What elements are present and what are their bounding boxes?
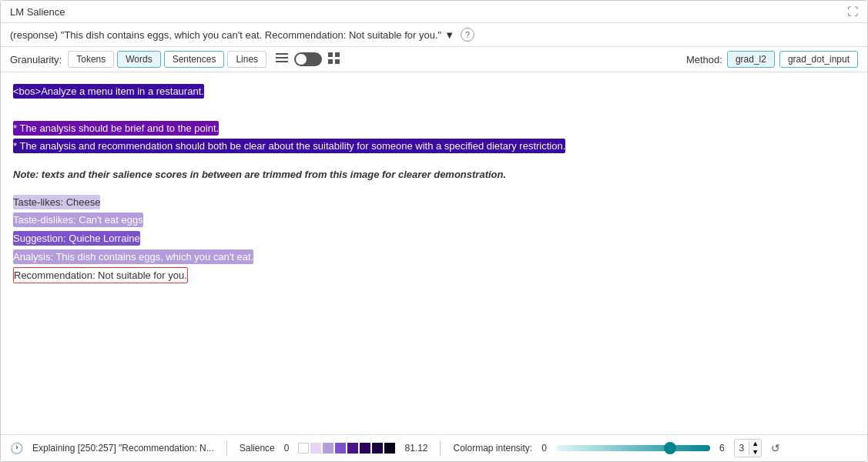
salience-swatches: [298, 443, 395, 454]
divider-2: [440, 440, 441, 456]
svg-rect-5: [328, 59, 333, 64]
response-bar: (response) "This dish contains eggs, whi…: [1, 23, 867, 47]
swatch-5: [360, 443, 370, 454]
method-label: Method:: [686, 54, 722, 65]
tab-words[interactable]: Words: [117, 51, 160, 68]
colormap-min: 0: [541, 443, 547, 454]
response-dropdown[interactable]: (response) "This dish contains eggs, whi…: [10, 29, 454, 41]
toggle-knob: [296, 54, 307, 65]
highlight-recommendation: Recommendation: Not suitable for you.: [13, 267, 188, 283]
salience-max: 81.12: [404, 443, 427, 454]
toggle[interactable]: [294, 52, 322, 66]
highlight-taste-dislikes: Taste-dislikes: Can't eat eggs: [13, 213, 143, 227]
line-blank: [13, 102, 855, 119]
colormap-slider-thumb[interactable]: [664, 442, 676, 454]
list-icon[interactable]: [276, 53, 288, 66]
expand-icon[interactable]: ⛶: [847, 5, 858, 18]
salience-label: Salience: [240, 443, 275, 454]
line-bos: <bos>Analyze a menu item in a restaurant…: [13, 84, 855, 100]
help-icon[interactable]: ?: [461, 28, 474, 42]
trimmed-note: Note: texts and their salience scores in…: [13, 167, 855, 182]
highlight-taste-likes: Taste-likes: Cheese: [13, 195, 100, 209]
highlight-suggestion: Suggestion: Quiche Lorraine: [13, 231, 140, 246]
svg-rect-0: [276, 53, 288, 55]
granularity-label: Granularity:: [10, 54, 62, 65]
title-bar: LM Salience ⛶: [1, 1, 867, 23]
granularity-bar: Granularity: Tokens Words Sentences Line…: [1, 47, 867, 72]
highlight-analysis-brief: * The analysis should be brief and to th…: [13, 121, 219, 136]
divider-1: [226, 440, 227, 456]
swatch-6: [372, 443, 383, 454]
colormap-max: 6: [719, 443, 725, 454]
content-area: <bos>Analyze a menu item in a restaurant…: [1, 72, 867, 434]
tab-lines[interactable]: Lines: [227, 51, 266, 68]
status-bar: 🕐 Explaining [250:257] "Recommendation: …: [1, 434, 867, 461]
highlight-bos: <bos>Analyze a menu item in a restaurant…: [13, 84, 204, 99]
line-analysis: Analysis: This dish contains eggs, which…: [13, 249, 855, 266]
swatch-7: [384, 443, 395, 454]
method-section: Method: grad_l2 grad_dot_input: [686, 51, 858, 68]
tab-tokens[interactable]: Tokens: [68, 51, 114, 68]
toggle-container[interactable]: [294, 52, 322, 66]
colormap-label: Colormap intensity:: [453, 443, 532, 454]
method-grad-dot-input[interactable]: grad_dot_input: [779, 51, 858, 68]
grid-icon[interactable]: [328, 52, 340, 67]
swatch-1: [310, 443, 321, 454]
spinner-value: 3: [735, 441, 750, 455]
svg-rect-2: [276, 61, 288, 62]
swatch-0: [298, 443, 309, 454]
highlight-analysis-recommendation: * The analysis and recommendation should…: [13, 139, 565, 153]
spinner-buttons[interactable]: ▲ ▼: [749, 440, 761, 457]
svg-rect-6: [335, 59, 340, 64]
window-title: LM Salience: [10, 6, 65, 18]
lm-salience-window: LM Salience ⛶ (response) "This dish cont…: [0, 0, 868, 462]
svg-rect-4: [335, 52, 340, 57]
swatch-3: [335, 443, 346, 454]
line-suggestion: Suggestion: Quiche Lorraine: [13, 231, 855, 247]
line-analysis-recommendation: * The analysis and recommendation should…: [13, 139, 855, 155]
response-text: This dish contains eggs, which you can't…: [64, 29, 441, 41]
spinner-down[interactable]: ▼: [749, 448, 761, 457]
salience-min: 0: [284, 443, 290, 454]
svg-rect-1: [276, 57, 288, 59]
dropdown-arrow[interactable]: ▼: [444, 29, 454, 41]
refresh-icon[interactable]: ↺: [771, 442, 780, 454]
svg-rect-3: [328, 52, 333, 57]
number-spinner[interactable]: 3 ▲ ▼: [734, 439, 762, 457]
explaining-text: Explaining [250:257] "Recommendation: N.…: [32, 443, 214, 454]
line-recommendation: Recommendation: Not suitable for you.: [13, 268, 855, 284]
line-analysis-brief: * The analysis should be brief and to th…: [13, 121, 855, 137]
tab-sentences[interactable]: Sentences: [164, 51, 225, 68]
method-grad-l2[interactable]: grad_l2: [727, 51, 775, 68]
swatch-2: [323, 443, 333, 454]
response-prefix: (response) ": [10, 29, 64, 41]
spinner-up[interactable]: ▲: [749, 440, 761, 448]
swatch-4: [347, 443, 358, 454]
colormap-slider-track[interactable]: [556, 445, 710, 451]
line-taste-dislikes: Taste-dislikes: Can't eat eggs: [13, 213, 855, 229]
highlight-analysis: Analysis: This dish contains eggs, which…: [13, 249, 253, 264]
line-taste-likes: Taste-likes: Cheese: [13, 195, 855, 211]
clock-icon: 🕐: [10, 442, 23, 454]
